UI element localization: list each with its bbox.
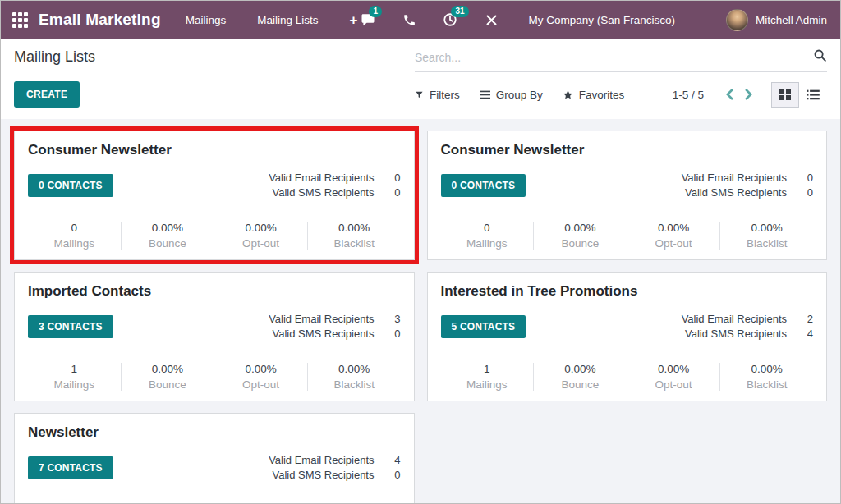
valid-email-row: Valid Email Recipients 3 [269, 313, 400, 325]
create-button[interactable]: CREATE [14, 81, 80, 108]
card-middle-row: 7 CONTACTS Valid Email Recipients 4 Vali… [28, 451, 401, 483]
search-icon[interactable] [813, 48, 827, 66]
mailing-list-card[interactable]: Imported Contacts 3 CONTACTS Valid Email… [14, 272, 415, 401]
valid-email-label: Valid Email Recipients [269, 313, 374, 325]
mailing-list-card[interactable]: Interested in Tree Promotions 5 CONTACTS… [427, 272, 828, 401]
mailing-list-card[interactable]: Newsletter 7 CONTACTS Valid Email Recipi… [14, 413, 415, 504]
stat-blacklist-value: 0.00% [720, 222, 813, 234]
stat-mailings[interactable]: 1 Mailings [28, 363, 121, 391]
stat-mailings[interactable]: 0 Mailings [441, 222, 534, 250]
star-icon [563, 89, 573, 100]
stat-blacklist-label: Blacklist [720, 237, 813, 250]
filters-button[interactable]: Filters [415, 89, 460, 101]
contacts-button[interactable]: 5 CONTACTS [441, 315, 526, 338]
valid-sms-label: Valid SMS Recipients [685, 186, 787, 199]
stat-optout-value: 0.00% [627, 222, 720, 234]
card-middle-row: 0 CONTACTS Valid Email Recipients 0 Vali… [441, 169, 814, 201]
stat-blacklist-value: 0.00% [308, 222, 401, 234]
list-view-icon [807, 89, 820, 100]
recipients-summary: Valid Email Recipients 2 Valid SMS Recip… [682, 310, 813, 342]
user-name: Mitchell Admin [756, 14, 827, 26]
stat-blacklist-label: Blacklist [720, 378, 813, 391]
plus-icon[interactable]: + [350, 13, 358, 27]
stat-optout-value: 0.00% [214, 222, 307, 234]
control-panel-bottom: CREATE Filters Group By Favorites 1-5 / … [1, 72, 840, 119]
stat-bounce[interactable]: 0.00% Bounce [533, 222, 627, 250]
valid-sms-row: Valid SMS Recipients 0 [269, 328, 400, 340]
stat-optout-value: 0.00% [627, 363, 720, 375]
stat-optout-label: Opt-out [214, 237, 307, 250]
stat-bounce[interactable]: 0.00% Bounce [121, 363, 214, 391]
app-title[interactable]: Email Marketing [39, 11, 161, 29]
pager-next-icon[interactable] [739, 87, 758, 102]
valid-sms-row: Valid SMS Recipients 0 [682, 186, 813, 199]
valid-email-label: Valid Email Recipients [682, 313, 787, 325]
pager: 1-5 / 5 [673, 82, 827, 108]
stat-optout[interactable]: 0.00% Opt-out [627, 222, 720, 250]
apps-menu-icon[interactable] [12, 12, 28, 28]
stat-bounce-label: Bounce [534, 378, 627, 391]
pager-range: 1-5 / 5 [673, 89, 704, 101]
messages-icon[interactable]: 1 [361, 12, 375, 27]
stat-bounce-value: 0.00% [122, 222, 214, 234]
stat-optout[interactable]: 0.00% Opt-out [214, 222, 307, 250]
card-stats-row: 0 Mailings 14.29% Bounce 28.57% Opt-out … [28, 496, 401, 504]
stat-mailings-label: Mailings [441, 378, 534, 391]
stat-bounce[interactable]: 0.00% Bounce [533, 363, 627, 391]
valid-email-value: 0 [787, 172, 813, 184]
page-title: Mailing Lists [14, 48, 95, 72]
card-title: Newsletter [28, 424, 401, 441]
nav-item-mailings[interactable]: Mailings [186, 14, 227, 26]
stat-blacklist[interactable]: 0.00% Blacklist [719, 222, 813, 250]
favorites-button[interactable]: Favorites [563, 89, 625, 101]
contacts-button[interactable]: 3 CONTACTS [28, 315, 113, 338]
stat-blacklist[interactable]: 0.00% Blacklist [307, 222, 401, 250]
filter-icon [415, 90, 424, 99]
activities-clock-icon[interactable]: 31 [443, 12, 457, 27]
tools-icon[interactable] [484, 12, 499, 27]
mailing-list-card[interactable]: Consumer Newsletter 0 CONTACTS Valid Ema… [427, 131, 828, 260]
contacts-button[interactable]: 7 CONTACTS [28, 456, 113, 479]
group-by-icon [480, 90, 490, 99]
group-by-button[interactable]: Group By [480, 89, 543, 101]
activities-badge: 31 [451, 6, 468, 17]
stat-optout[interactable]: 0.00% Opt-out [627, 363, 720, 391]
valid-email-row: Valid Email Recipients 0 [269, 172, 400, 184]
valid-sms-label: Valid SMS Recipients [685, 328, 787, 340]
stat-optout[interactable]: 0.00% Opt-out [214, 363, 307, 391]
kanban-view-icon [779, 89, 791, 100]
stat-bounce[interactable]: 0.00% Bounce [121, 222, 214, 250]
user-menu[interactable]: Mitchell Admin [726, 9, 827, 31]
pager-previous-icon[interactable] [720, 87, 739, 102]
stat-mailings[interactable]: 1 Mailings [441, 363, 534, 391]
valid-email-label: Valid Email Recipients [269, 172, 374, 184]
stat-blacklist[interactable]: 0.00% Blacklist [719, 363, 813, 391]
valid-sms-value: 0 [787, 186, 813, 199]
valid-sms-label: Valid SMS Recipients [272, 186, 374, 199]
valid-sms-value: 0 [375, 328, 401, 340]
valid-sms-row: Valid SMS Recipients 0 [269, 186, 400, 199]
card-title: Interested in Tree Promotions [441, 283, 814, 300]
stat-blacklist[interactable]: 0.00% Blacklist [307, 363, 401, 391]
stat-mailings-value: 0 [28, 222, 121, 234]
search-input[interactable] [415, 51, 813, 64]
kanban-view-button[interactable] [771, 82, 799, 108]
stat-mailings-value: 1 [441, 363, 534, 375]
phone-icon[interactable] [402, 12, 416, 27]
company-switcher[interactable]: My Company (San Francisco) [528, 14, 675, 26]
stat-mailings[interactable]: 0 Mailings [28, 222, 121, 250]
stat-bounce-label: Bounce [122, 378, 214, 391]
stat-bounce-label: Bounce [534, 237, 627, 250]
contacts-button[interactable]: 0 CONTACTS [28, 174, 113, 197]
stat-mailings-label: Mailings [28, 237, 121, 250]
stat-bounce-label: Bounce [122, 237, 214, 250]
card-stats-row: 1 Mailings 0.00% Bounce 0.00% Opt-out 0.… [441, 355, 814, 401]
valid-sms-label: Valid SMS Recipients [272, 328, 374, 340]
stat-mailings-label: Mailings [441, 237, 534, 250]
list-view-button[interactable] [799, 82, 827, 108]
nav-item-mailing-lists[interactable]: Mailing Lists [257, 14, 318, 26]
contacts-button[interactable]: 0 CONTACTS [441, 174, 526, 197]
messages-badge: 1 [369, 6, 382, 17]
valid-sms-value: 0 [375, 469, 401, 481]
mailing-list-card[interactable]: Consumer Newsletter 0 CONTACTS Valid Ema… [14, 131, 415, 260]
